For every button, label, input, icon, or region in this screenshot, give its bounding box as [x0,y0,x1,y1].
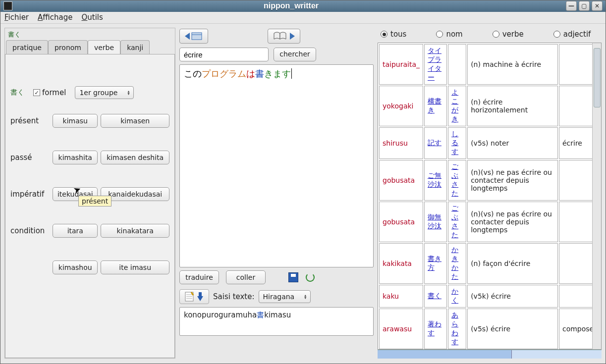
kana-link[interactable]: ごぶさた [451,204,458,239]
cond-neg-button[interactable]: kinakatara [101,224,169,238]
dictionary-table: taipuraita_タイプライター(n) machine à écrireyo… [378,43,601,350]
table-row[interactable]: arawasu著わすあらわす(v5s) écrirecomposer [379,309,600,349]
cell-kanji: 記す [424,127,447,159]
tab-pronom[interactable]: pronom [48,40,88,54]
present-pos-button[interactable]: kimasu [53,114,98,128]
arrow-down-icon [196,291,204,302]
kana-link[interactable]: かきかた [451,246,458,280]
menu-outils[interactable]: Outils [82,13,103,22]
present-neg-button[interactable]: kimasen [101,114,169,128]
cell-romaji: gobusata [379,202,423,242]
radio-icon [436,31,443,38]
titlebar: nippon_writter — ▢ ✕ [0,0,606,12]
input-mode-value: Hiragana [263,293,295,301]
tab-verbe[interactable]: verbe [88,40,120,54]
group-select[interactable]: 1er groupe ▴▾ [75,86,134,99]
table-row[interactable]: gobusataご無沙汰ごぶさた(n)(vs) ne pas écrire ou… [379,160,600,201]
arrow-left-calendar-icon [184,31,204,41]
radio-adjectif[interactable]: adjectif [553,30,591,39]
window-title: nippon_writter [16,1,566,10]
kanji-link[interactable]: 御無沙汰 [428,213,441,230]
editor-textarea[interactable]: このプログラムは書きます [179,64,374,267]
cell-kana [448,44,466,85]
editor-seg3: は [246,68,255,79]
search-button[interactable]: chercher [274,48,316,61]
cell-kana: かきかた [448,243,466,284]
cell-romaji: yokogaki [379,86,423,126]
kana-link[interactable]: ごぶさた [451,162,458,197]
horizontal-scrollbar[interactable] [378,350,602,359]
table-row[interactable]: yokogaki横書きよこがき(n) écrire horizontalemen… [379,86,600,126]
group-select-value: 1er groupe [79,89,117,97]
kana-link[interactable]: かく [451,287,458,304]
minimize-button[interactable]: — [566,1,577,11]
radio-nom[interactable]: nom [436,30,462,39]
label-condition: condition [10,226,50,235]
cond-pos-button[interactable]: itara [53,224,98,238]
kanji-link[interactable]: 書く [428,292,441,300]
table-row[interactable]: kakikata書き方かきかた(n) façon d'écrire [379,243,600,284]
kana-link[interactable]: あらわす [451,311,458,346]
table-row[interactable]: gobusata御無沙汰ごぶさた(n)(vs) ne pas écrire ou… [379,202,600,242]
passe-pos-button[interactable]: kimashita [53,151,98,164]
formel-label: formel [42,88,66,97]
radio-tous[interactable]: tous [381,30,406,39]
cell-romaji: kaku [379,285,423,308]
kanji-link[interactable]: ご無沙汰 [428,171,441,188]
cell-kanji: 横書き [424,86,447,126]
nav-next-button[interactable] [268,29,300,44]
cell-kanji: 書き方 [424,243,447,284]
cell-definition: (v5s) noter [467,127,558,159]
kanji-link[interactable]: 著わす [428,320,441,337]
menu-affichage[interactable]: Affichage [38,13,72,22]
input-mode-select[interactable]: Hiragana ▴▾ [259,290,311,303]
center-panel: chercher このプログラムは書きます traduire coller Sa… [179,28,374,359]
maximize-button[interactable]: ▢ [579,1,590,11]
refresh-icon[interactable] [305,272,315,282]
cell-kana: あらわす [448,309,466,349]
right-panel: tous nom verbe adjectif taipuraita_タイプライ… [378,28,602,359]
kana-link[interactable]: よこがき [451,88,458,123]
kanji-link[interactable]: 横書き [428,97,441,114]
editor-seg2: プログラム [202,68,246,79]
coller-button[interactable]: coller [226,270,266,284]
cell-definition: (n)(vs) ne pas écrire ou contacter depui… [467,160,558,201]
radio-verbe[interactable]: verbe [493,30,524,39]
svg-rect-1 [192,33,202,40]
nav-prev-button[interactable] [179,29,208,44]
dictionary-table-wrap[interactable]: taipuraita_タイプライター(n) machine à écrireyo… [378,43,602,350]
kanji-link[interactable]: タイプライター [428,47,441,81]
svg-rect-10 [199,292,202,297]
save-icon[interactable] [288,272,298,282]
radio-icon [553,31,560,38]
svg-marker-3 [290,33,295,40]
search-input[interactable] [179,48,269,61]
cell-kanji: 著わす [424,309,447,349]
close-button[interactable]: ✕ [592,1,603,11]
radio-icon [493,31,499,38]
svg-marker-0 [185,33,190,40]
formel-checkbox[interactable]: ✓ formel [33,88,66,97]
kana-link[interactable]: しるす [451,130,458,156]
tab-pratique[interactable]: pratique [6,40,48,54]
label-imperatif: impératif [10,190,50,199]
passe-neg-button[interactable]: kimasen deshita [101,151,169,164]
kanji-link[interactable]: 書き方 [428,255,441,271]
tab-kanji[interactable]: kanji [120,40,150,54]
radio-icon [381,31,387,38]
edit-mode-button[interactable] [179,289,209,304]
extra-pos-button[interactable]: kimashou [53,260,98,274]
menu-fichier[interactable]: Fichier [4,13,29,22]
editor-seg4: 書 [255,68,264,79]
cell-definition: (v5k) écrire [467,285,558,308]
vertical-scrollbar[interactable] [592,43,601,349]
cell-kanji: 御無沙汰 [424,202,447,242]
cell-romaji: gobusata [379,160,423,201]
extra-neg-button[interactable]: ite imasu [101,260,169,274]
table-row[interactable]: taipuraita_タイプライター(n) machine à écrire [379,44,600,85]
cell-kana: ごぶさた [448,202,466,242]
traduire-button[interactable]: traduire [179,270,219,284]
table-row[interactable]: shirusu記すしるす(v5s) noterécrire [379,127,600,159]
kanji-link[interactable]: 記す [428,139,441,147]
table-row[interactable]: kaku書くかく(v5k) écrire [379,285,600,308]
